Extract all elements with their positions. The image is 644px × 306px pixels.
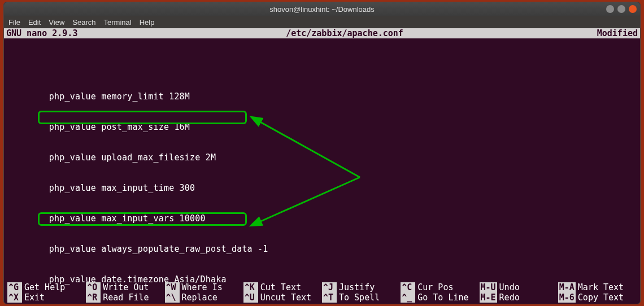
help-copy-text[interactable]: M-6Copy Text (558, 292, 637, 303)
help-get-help[interactable]: ^GGet Help (7, 282, 86, 292)
menu-file[interactable]: File (8, 18, 20, 27)
code-line: php_value max_input_vars 10000 (7, 213, 640, 224)
code-line: php_value always_populate_raw_post_data … (7, 244, 640, 254)
menu-search[interactable]: Search (72, 18, 95, 27)
help-where-is[interactable]: ^WWhere Is (165, 282, 243, 292)
window-title: shovon@linuxhint: ~/Downloads (269, 5, 375, 14)
close-button[interactable] (629, 5, 637, 13)
window-controls (606, 5, 637, 13)
help-row-1: ^GGet Help ^OWrite Out ^WWhere Is ^KCut … (7, 282, 637, 292)
nano-version: GNU nano 2.9.3 (4, 28, 117, 38)
menu-bar: File Edit View Search Terminal Help (4, 16, 640, 28)
help-cur-pos[interactable]: ^CCur Pos (401, 282, 479, 292)
help-exit[interactable]: ^XExit (7, 292, 86, 303)
menu-help[interactable]: Help (140, 18, 155, 27)
help-justify[interactable]: ^JJustify (322, 282, 401, 292)
editor-area[interactable]: php_value memory_limit 128M php_value po… (4, 38, 640, 304)
menu-view[interactable]: View (49, 18, 64, 27)
maximize-button[interactable] (617, 5, 625, 13)
terminal-window: shovon@linuxhint: ~/Downloads File Edit … (3, 2, 641, 304)
menu-edit[interactable]: Edit (28, 18, 41, 27)
help-uncut-text[interactable]: ^UUncut Text (243, 292, 322, 303)
code-line: php_value max_input_time 300 (7, 183, 640, 193)
help-cut-text[interactable]: ^KCut Text (243, 282, 322, 292)
help-replace[interactable]: ^\Replace (165, 292, 243, 303)
nano-status-bar: GNU nano 2.9.3 /etc/zabbix/apache.conf M… (4, 28, 640, 38)
window-titlebar: shovon@linuxhint: ~/Downloads (4, 2, 640, 16)
code-line: php_value memory_limit 128M (7, 91, 640, 102)
help-write-out[interactable]: ^OWrite Out (86, 282, 164, 292)
help-redo[interactable]: M-ERedo (480, 292, 558, 303)
help-row-2: ^XExit ^RRead File ^\Replace ^UUncut Tex… (7, 292, 637, 303)
nano-filename: /etc/zabbix/apache.conf (117, 28, 572, 38)
help-undo[interactable]: M-UUndo (480, 282, 558, 292)
minimize-button[interactable] (606, 5, 614, 13)
nano-help-bar: ^GGet Help ^OWrite Out ^WWhere Is ^KCut … (7, 282, 637, 303)
help-mark-text[interactable]: M-AMark Text (558, 282, 637, 292)
code-line: php_value post_max_size 16M (7, 122, 640, 132)
code-line (7, 61, 640, 71)
nano-modified: Modified (572, 28, 640, 38)
menu-terminal[interactable]: Terminal (104, 18, 132, 27)
code-line: php_value upload_max_filesize 2M (7, 152, 640, 163)
help-read-file[interactable]: ^RRead File (86, 292, 164, 303)
help-go-to-line[interactable]: ^_Go To Line (401, 292, 479, 303)
help-to-spell[interactable]: ^TTo Spell (322, 292, 401, 303)
